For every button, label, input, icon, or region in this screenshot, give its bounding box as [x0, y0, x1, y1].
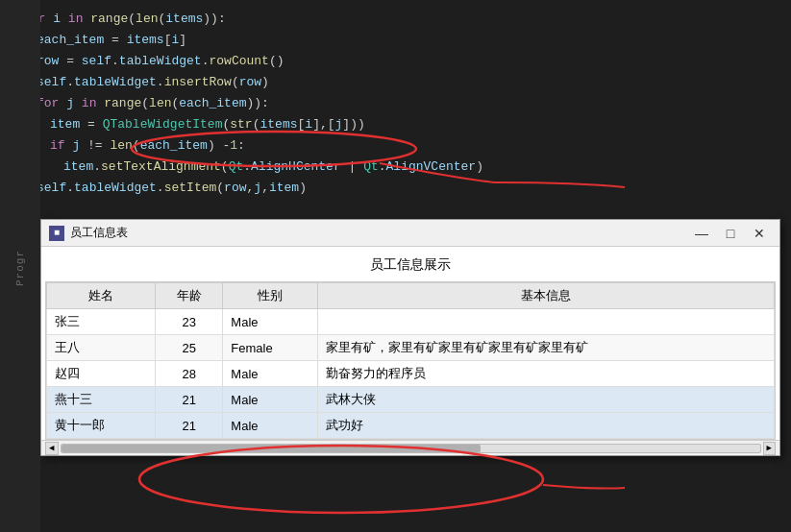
- table-row: 燕十三21Male武林大侠: [47, 387, 775, 413]
- minimize-button[interactable]: —: [689, 225, 714, 242]
- col-name: 姓名: [47, 283, 156, 309]
- td-age: 23: [155, 309, 222, 335]
- code-line: self.tableWidget.insertRow(row): [0, 71, 791, 92]
- dialog-title: 员工信息表: [70, 225, 689, 241]
- code-line: for i in range(len(items)):: [0, 8, 791, 29]
- scrollbar-thumb[interactable]: [62, 445, 481, 452]
- td-name: 王八: [47, 335, 156, 361]
- dialog-window: ■ 员工信息表 — □ ✕ 员工信息展示 姓名 年龄 性别 基本信息 张三23M…: [40, 219, 780, 456]
- td-name: 黄十一郎: [47, 413, 156, 439]
- code-line: item = QTableWidgetItem(str(items[i],[j]…: [0, 113, 791, 134]
- td-age: 25: [155, 335, 222, 361]
- code-line: item.setTextAlignment(Qt.AlignHCenter | …: [0, 156, 791, 177]
- code-line: row = self.tableWidget.rowCount(): [0, 50, 791, 71]
- dialog-header-label: 员工信息展示: [41, 247, 779, 281]
- td-gender: Male: [223, 361, 318, 387]
- td-gender: Male: [223, 309, 318, 335]
- table-row: 黄十一郎21Male武功好: [47, 413, 775, 439]
- dialog-content: 员工信息展示 姓名 年龄 性别 基本信息 张三23Male王八25Female家…: [41, 247, 779, 455]
- code-editor: for i in range(len(items)):each_item = i…: [0, 0, 791, 230]
- code-line: self.tableWidget.setItem(row,j,item): [0, 177, 791, 198]
- dialog-app-icon: ■: [49, 226, 64, 241]
- col-age: 年龄: [155, 283, 222, 309]
- sidebar-label: Progr: [14, 250, 26, 286]
- dialog-controls: — □ ✕: [689, 225, 772, 242]
- table-row: 赵四28Male勤奋努力的程序员: [47, 361, 775, 387]
- td-gender: Female: [223, 335, 318, 361]
- table-container: 姓名 年龄 性别 基本信息 张三23Male王八25Female家里有矿，家里有…: [45, 281, 776, 440]
- td-age: 28: [155, 361, 222, 387]
- table-body: 张三23Male王八25Female家里有矿，家里有矿家里有矿家里有矿家里有矿赵…: [47, 309, 775, 439]
- employee-table: 姓名 年龄 性别 基本信息 张三23Male王八25Female家里有矿，家里有…: [46, 282, 775, 439]
- table-row: 张三23Male: [47, 309, 775, 335]
- table-row: 王八25Female家里有矿，家里有矿家里有矿家里有矿家里有矿: [47, 335, 775, 361]
- td-age: 21: [155, 413, 222, 439]
- col-info: 基本信息: [318, 283, 775, 309]
- close-button[interactable]: ✕: [747, 225, 772, 242]
- col-gender: 性别: [223, 283, 318, 309]
- td-info: 武林大侠: [318, 387, 775, 413]
- td-gender: Male: [223, 387, 318, 413]
- scroll-right-button[interactable]: ▶: [763, 442, 777, 455]
- td-info: 勤奋努力的程序员: [318, 361, 775, 387]
- dialog-titlebar: ■ 员工信息表 — □ ✕: [41, 220, 779, 247]
- maximize-button[interactable]: □: [718, 225, 743, 242]
- scroll-left-button[interactable]: ◀: [45, 442, 59, 455]
- scrollbar-area[interactable]: ◀ ▶: [41, 440, 779, 455]
- left-sidebar: Progr: [0, 0, 40, 532]
- td-info: 武功好: [318, 413, 775, 439]
- td-gender: Male: [223, 413, 318, 439]
- code-line: if j != len(each_item) -1:: [0, 134, 791, 156]
- td-info: 家里有矿，家里有矿家里有矿家里有矿家里有矿: [318, 335, 775, 361]
- td-name: 赵四: [47, 361, 156, 387]
- td-age: 21: [155, 387, 222, 413]
- td-name: 燕十三: [47, 387, 156, 413]
- td-name: 张三: [47, 309, 156, 335]
- table-header-row: 姓名 年龄 性别 基本信息: [47, 283, 775, 309]
- code-line: for j in range(len(each_item)):: [0, 92, 791, 113]
- code-line: each_item = items[i]: [0, 29, 791, 50]
- scrollbar-track[interactable]: [61, 444, 761, 453]
- td-info: [318, 309, 775, 335]
